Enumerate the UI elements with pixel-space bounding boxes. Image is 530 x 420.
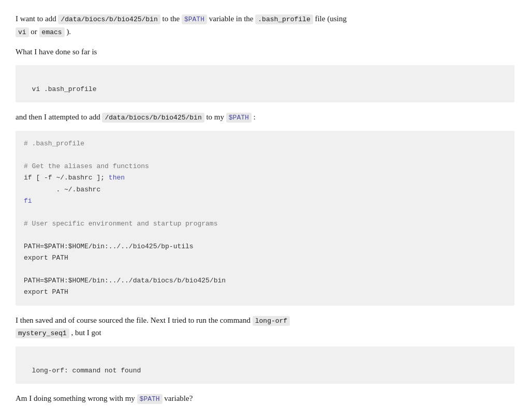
then-text1: and then I attempted to add: [16, 113, 102, 121]
saved-cmd2: mystery_seq1: [16, 328, 69, 338]
code-line14: export PATH: [24, 288, 68, 296]
intro-emacs: emacs: [39, 27, 65, 37]
question-text1: Am I doing something wrong with my: [16, 394, 137, 402]
code-line3: # Get the aliases and functions: [24, 162, 149, 170]
intro-var1: $PATH: [182, 14, 207, 24]
code-line1: # .bash_profile: [24, 140, 84, 147]
question-text2: variable?: [163, 394, 193, 402]
saved-text3: , but I got: [69, 328, 101, 337]
intro-path1: /data/biocs/b/bio425/bin: [58, 14, 160, 24]
intro-or: or: [31, 27, 37, 36]
intro-vi: vi: [16, 27, 29, 37]
code-line13: PATH=$PATH:$HOME/bin:../../data/biocs/b/…: [24, 277, 226, 284]
bash-profile-block: # .bash_profile # Get the aliases and fu…: [16, 131, 514, 305]
intro-text2: to the: [160, 14, 182, 23]
code-line4-kw: then: [109, 174, 125, 182]
code-line6-kw: fi: [24, 197, 32, 205]
error-block: long-orf: command not found: [16, 347, 514, 384]
question-var1: $PATH: [137, 394, 163, 404]
then-var1: $PATH: [226, 113, 252, 123]
then-text2: to my: [204, 113, 226, 121]
code-line10: PATH=$PATH:$HOME/bin:../../bio425/bp-uti…: [24, 243, 194, 250]
intro-text3: variable in the: [207, 14, 255, 23]
saved-text1: I then saved and of course sourced the f…: [16, 316, 253, 324]
code-line11: export PATH: [24, 254, 68, 262]
intro-file1: .bash_profile: [255, 14, 313, 24]
saved-cmd1: long-orf: [253, 316, 290, 326]
code-line8: # User specific environment and startup …: [24, 220, 217, 228]
then-path1: /data/biocs/b/bio425/bin: [102, 113, 204, 123]
then-paragraph: and then I attempted to add /data/biocs/…: [16, 111, 514, 124]
question-paragraph: Am I doing something wrong with my $PATH…: [16, 392, 514, 405]
code-line5: . ~/.bashrc: [24, 186, 100, 193]
code-line4-pre: if [ -f ~/.bashrc ];: [24, 174, 109, 182]
what-done-label: What I have done so far is: [16, 46, 514, 58]
saved-paragraph: I then saved and of course sourced the f…: [16, 314, 514, 340]
then-text3: :: [252, 113, 256, 121]
intro-paragraph: I want to add /data/biocs/b/bio425/bin t…: [16, 12, 514, 38]
error-text: long-orf: command not found: [32, 367, 141, 374]
intro-text8: ).: [65, 27, 71, 36]
intro-text1: I want to add: [16, 14, 58, 23]
command1-text: vi .bash_profile: [32, 85, 97, 93]
intro-text4: file (using: [313, 14, 347, 23]
command-block-1: vi .bash_profile: [16, 65, 514, 102]
